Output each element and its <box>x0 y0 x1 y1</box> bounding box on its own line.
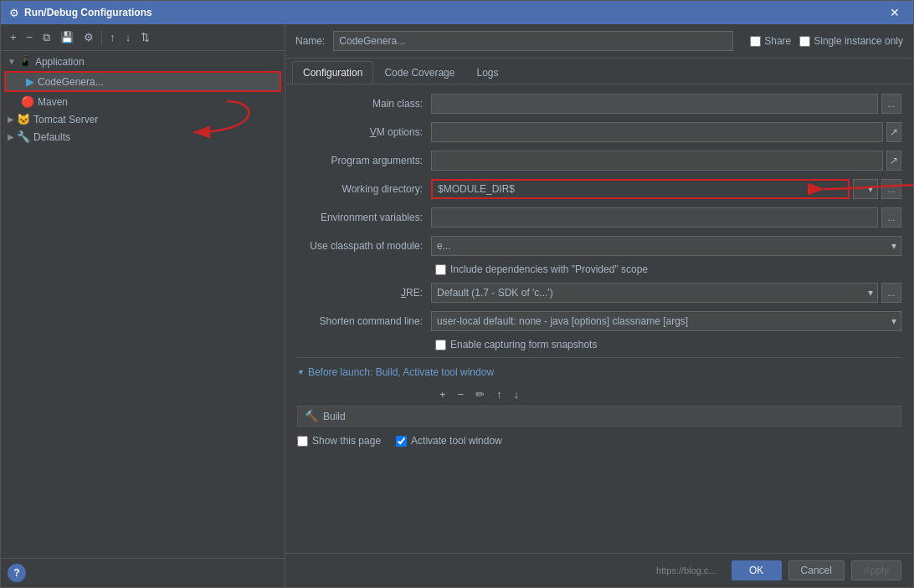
activate-tool-text: Activate tool window <box>411 435 502 447</box>
ok-button[interactable]: OK <box>732 560 782 580</box>
toolbar-sep-1 <box>101 30 102 45</box>
working-dir-input[interactable] <box>431 179 850 199</box>
dialog-title-icon: ⚙ <box>9 7 19 19</box>
help-button[interactable]: ? <box>8 564 26 582</box>
tree-item-defaults[interactable]: ▶ 🔧 Defaults <box>1 128 285 146</box>
tree-item-application[interactable]: ▼ 📱 Application <box>1 53 285 70</box>
main-class-row: Main class: ... <box>297 93 901 115</box>
copy-config-button[interactable]: ⧉ <box>39 28 54 47</box>
move-up-button[interactable]: ↑ <box>105 28 120 46</box>
vm-options-input-area: ↗ <box>431 122 901 142</box>
tree-label-application: Application <box>35 56 85 68</box>
build-item: 🔨 Build <box>297 406 901 427</box>
jre-label: JRE: <box>297 287 431 299</box>
enable-snapshots-label[interactable]: Enable capturing form snapshots <box>435 339 597 350</box>
program-args-input-area: ↗ <box>431 151 901 171</box>
jre-input-area: Default (1.7 - SDK of 'c...') ... <box>431 283 901 303</box>
single-instance-checkbox-label[interactable]: Single instance only <box>799 35 903 47</box>
activate-tool-label[interactable]: Activate tool window <box>396 435 502 447</box>
name-input[interactable] <box>333 31 733 51</box>
tree-label-defaults: Defaults <box>33 131 70 143</box>
program-args-label: Program arguments: <box>297 155 431 166</box>
shorten-cmd-label: Shorten command line: <box>297 315 431 327</box>
enable-snapshots-row: Enable capturing form snapshots <box>297 339 901 350</box>
working-dir-input-area: ... <box>431 179 901 199</box>
tree-item-tomcat[interactable]: ▶ 🐱 Tomcat Server <box>1 110 285 128</box>
apply-button[interactable]: Apply <box>851 560 901 580</box>
before-launch-toolbar: + − ✏ ↑ ↓ <box>297 383 901 406</box>
move-down-button[interactable]: ↓ <box>121 28 136 46</box>
env-vars-dots-button[interactable]: ... <box>881 207 901 228</box>
right-panel: Name: Share Single instance only Configu… <box>285 24 913 587</box>
close-button[interactable]: ✕ <box>885 4 905 21</box>
show-page-label[interactable]: Show this page <box>297 435 381 447</box>
jre-dots-button[interactable]: ... <box>881 283 901 303</box>
main-class-input[interactable] <box>431 94 878 114</box>
vm-options-input[interactable] <box>431 122 883 142</box>
classpath-input-area: e... <box>431 236 901 256</box>
shorten-cmd-input-area: user-local default: none - java [options… <box>431 311 901 331</box>
env-vars-row: Environment variables: ... <box>297 207 901 228</box>
tree-expand-defaults[interactable]: ▶ <box>8 132 14 141</box>
name-label: Name: <box>295 35 325 47</box>
section-divider <box>297 357 901 358</box>
main-class-label: Main class: <box>297 98 431 110</box>
tree-item-maven[interactable]: 🔴 Maven <box>1 93 285 110</box>
tree-item-app-child[interactable]: ▶ CodeGenera... <box>4 71 281 92</box>
run-debug-dialog: ⚙ Run/Debug Configurations ✕ + − ⧉ 💾 ⚙ ↑… <box>0 0 914 588</box>
include-deps-row: Include dependencies with "Provided" sco… <box>297 263 901 275</box>
add-config-button[interactable]: + <box>6 28 21 46</box>
working-dir-label: Working directory: <box>297 183 431 195</box>
top-bar-right: Share Single instance only <box>750 35 903 47</box>
include-deps-label[interactable]: Include dependencies with "Provided" sco… <box>435 263 648 275</box>
cancel-button[interactable]: Cancel <box>788 560 845 580</box>
jre-row: JRE: Default (1.7 - SDK of 'c...') ... <box>297 282 901 304</box>
settings-config-button[interactable]: ⚙ <box>80 28 98 46</box>
tree-label-maven: Maven <box>38 96 68 108</box>
tab-code-coverage[interactable]: Code Coverage <box>373 61 465 84</box>
working-dir-dropdown[interactable] <box>853 179 878 199</box>
bl-up-button[interactable]: ↑ <box>492 386 506 402</box>
include-deps-checkbox[interactable] <box>435 264 446 275</box>
env-vars-input[interactable] <box>431 207 878 228</box>
defaults-icon: 🔧 <box>17 130 30 143</box>
sort-button[interactable]: ⇅ <box>136 28 154 46</box>
tree-expand-tomcat[interactable]: ▶ <box>8 115 14 124</box>
main-class-dots-button[interactable]: ... <box>881 94 901 114</box>
remove-config-button[interactable]: − <box>23 28 38 46</box>
classpath-label: Use classpath of module: <box>297 240 431 252</box>
tree-expand-application[interactable]: ▼ <box>8 57 16 66</box>
show-page-text: Show this page <box>312 435 381 447</box>
enable-snapshots-text: Enable capturing form snapshots <box>450 339 597 350</box>
top-bar: Name: Share Single instance only <box>285 24 913 59</box>
shorten-cmd-select[interactable]: user-local default: none - java [options… <box>431 311 901 331</box>
bl-remove-button[interactable]: − <box>454 386 469 402</box>
before-launch-section: Before launch: Build, Activate tool wind… <box>297 366 901 378</box>
jre-select[interactable]: Default (1.7 - SDK of 'c...') <box>431 283 878 303</box>
vm-options-expand-button[interactable]: ↗ <box>886 122 901 142</box>
build-label: Build <box>323 411 346 422</box>
tab-configuration[interactable]: Configuration <box>292 61 373 84</box>
classpath-row: Use classpath of module: e... <box>297 235 901 257</box>
enable-snapshots-checkbox[interactable] <box>435 340 446 350</box>
save-config-button[interactable]: 💾 <box>56 28 78 46</box>
env-vars-label: Environment variables: <box>297 212 431 223</box>
program-args-expand-button[interactable]: ↗ <box>886 151 901 171</box>
bl-add-button[interactable]: + <box>435 386 450 402</box>
single-instance-checkbox[interactable] <box>799 36 810 47</box>
bl-edit-button[interactable]: ✏ <box>471 386 489 402</box>
program-args-input[interactable] <box>431 151 883 171</box>
show-page-checkbox[interactable] <box>297 436 308 447</box>
classpath-select[interactable]: e... <box>431 236 901 256</box>
share-checkbox[interactable] <box>750 36 761 47</box>
tab-logs[interactable]: Logs <box>465 61 509 84</box>
bl-down-button[interactable]: ↓ <box>510 386 524 402</box>
share-checkbox-label[interactable]: Share <box>750 35 791 47</box>
dialog-footer: https://blog.c... OK Cancel Apply <box>285 553 913 587</box>
activate-tool-checkbox[interactable] <box>396 436 407 447</box>
app-child-icon: ▶ <box>26 75 34 88</box>
left-toolbar: + − ⧉ 💾 ⚙ ↑ ↓ ⇅ <box>1 24 285 51</box>
working-dir-dots-button[interactable]: ... <box>881 179 901 199</box>
tree-label-tomcat: Tomcat Server <box>33 114 98 125</box>
working-dir-row: Working directory: <box>297 178 901 200</box>
